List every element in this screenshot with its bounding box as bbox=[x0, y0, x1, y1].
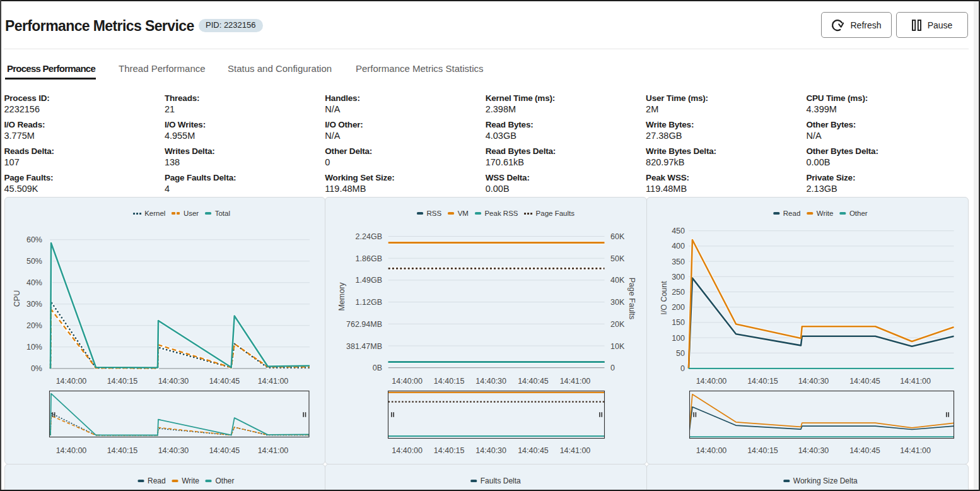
svg-text:50%: 50% bbox=[26, 257, 42, 266]
svg-text:14:40:15: 14:40:15 bbox=[107, 377, 138, 386]
svg-text:14:40:45: 14:40:45 bbox=[209, 446, 240, 455]
svg-text:14:40:00: 14:40:00 bbox=[696, 377, 727, 386]
svg-text:30K: 30K bbox=[610, 298, 625, 307]
svg-text:60%: 60% bbox=[26, 235, 42, 244]
svg-text:14:41:00: 14:41:00 bbox=[900, 377, 931, 386]
svg-text:14:40:30: 14:40:30 bbox=[798, 446, 829, 455]
svg-text:14:40:30: 14:40:30 bbox=[475, 446, 506, 455]
svg-text:14:41:00: 14:41:00 bbox=[258, 377, 289, 386]
svg-text:14:40:15: 14:40:15 bbox=[747, 377, 778, 386]
svg-text:10%: 10% bbox=[26, 343, 42, 352]
svg-text:40K: 40K bbox=[610, 276, 625, 285]
svg-text:14:41:00: 14:41:00 bbox=[560, 446, 591, 455]
svg-text:381.47MB: 381.47MB bbox=[346, 342, 382, 351]
svg-text:14:40:45: 14:40:45 bbox=[849, 446, 880, 455]
svg-text:450: 450 bbox=[672, 227, 685, 235]
svg-text:20K: 20K bbox=[610, 320, 625, 329]
svg-text:14:40:30: 14:40:30 bbox=[475, 377, 506, 386]
svg-text:2.24GB: 2.24GB bbox=[356, 232, 382, 241]
svg-text:100: 100 bbox=[672, 334, 685, 343]
svg-text:14:40:45: 14:40:45 bbox=[849, 377, 880, 386]
svg-text:14:41:00: 14:41:00 bbox=[258, 446, 289, 455]
svg-text:14:40:15: 14:40:15 bbox=[747, 446, 778, 455]
svg-text:14:40:00: 14:40:00 bbox=[56, 377, 87, 386]
svg-text:0: 0 bbox=[680, 364, 685, 373]
svg-text:1.12GB: 1.12GB bbox=[356, 298, 382, 307]
svg-text:0B: 0B bbox=[373, 364, 382, 372]
svg-text:14:40:45: 14:40:45 bbox=[518, 446, 549, 455]
svg-text:14:40:30: 14:40:30 bbox=[798, 377, 829, 386]
svg-text:14:40:30: 14:40:30 bbox=[158, 446, 189, 455]
svg-text:50: 50 bbox=[676, 349, 685, 358]
svg-text:0: 0 bbox=[610, 364, 615, 372]
svg-text:50K: 50K bbox=[610, 254, 625, 263]
svg-text:14:40:00: 14:40:00 bbox=[56, 446, 87, 455]
svg-text:14:41:00: 14:41:00 bbox=[560, 377, 591, 386]
svg-text:1.86GB: 1.86GB bbox=[356, 254, 382, 263]
svg-text:14:40:00: 14:40:00 bbox=[696, 446, 727, 455]
svg-text:300: 300 bbox=[672, 273, 685, 281]
svg-text:14:41:00: 14:41:00 bbox=[900, 446, 931, 455]
svg-text:14:40:15: 14:40:15 bbox=[434, 446, 465, 455]
svg-text:40%: 40% bbox=[26, 278, 42, 287]
svg-text:150: 150 bbox=[672, 318, 685, 327]
svg-text:20%: 20% bbox=[26, 321, 42, 330]
svg-text:30%: 30% bbox=[26, 300, 42, 309]
svg-text:14:40:45: 14:40:45 bbox=[518, 377, 549, 386]
svg-text:14:40:30: 14:40:30 bbox=[158, 377, 189, 386]
svg-text:14:40:45: 14:40:45 bbox=[209, 377, 240, 386]
svg-text:762.94MB: 762.94MB bbox=[346, 320, 382, 329]
svg-text:14:40:00: 14:40:00 bbox=[392, 446, 423, 455]
svg-text:60K: 60K bbox=[610, 232, 625, 241]
svg-text:350: 350 bbox=[672, 257, 685, 266]
svg-text:14:40:15: 14:40:15 bbox=[107, 446, 138, 455]
svg-text:250: 250 bbox=[672, 288, 685, 297]
svg-text:14:40:15: 14:40:15 bbox=[434, 377, 465, 386]
svg-text:0%: 0% bbox=[31, 364, 42, 373]
svg-text:400: 400 bbox=[672, 242, 685, 251]
svg-text:10K: 10K bbox=[610, 342, 625, 351]
svg-text:1.49GB: 1.49GB bbox=[356, 276, 382, 285]
svg-text:200: 200 bbox=[672, 303, 685, 312]
svg-text:14:40:00: 14:40:00 bbox=[392, 377, 423, 386]
